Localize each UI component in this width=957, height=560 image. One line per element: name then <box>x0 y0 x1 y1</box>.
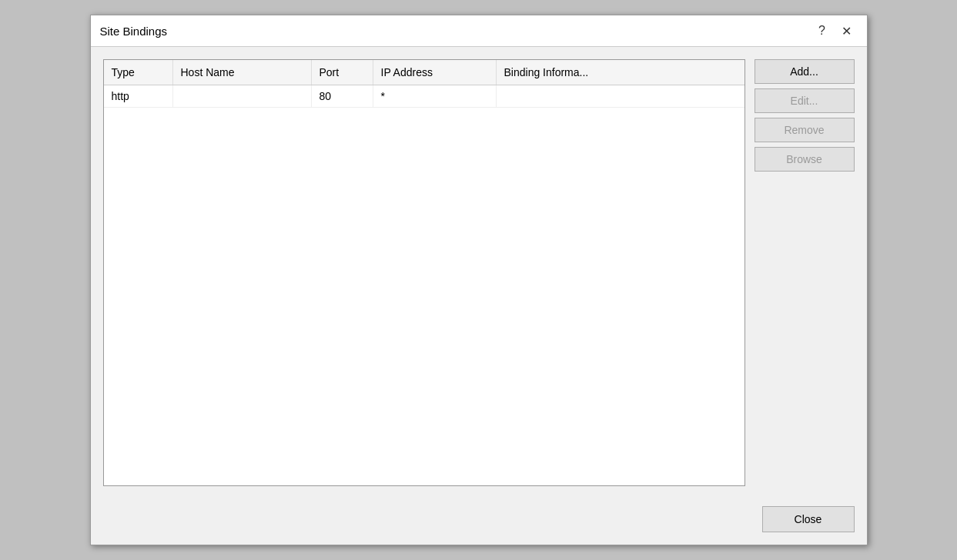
remove-button[interactable]: Remove <box>755 118 855 142</box>
add-button[interactable]: Add... <box>755 59 855 84</box>
table-body: http 80 * <box>104 85 745 485</box>
col-header-type: Type <box>104 60 173 85</box>
cell-ip: * <box>373 85 497 107</box>
bindings-table: Type Host Name Port IP Address Binding I… <box>103 59 745 486</box>
cell-hostname <box>173 85 312 107</box>
action-buttons: Add... Edit... Remove Browse <box>755 59 855 486</box>
col-header-port: Port <box>312 60 373 85</box>
col-header-hostname: Host Name <box>173 60 312 85</box>
title-bar-left: Site Bindings <box>100 25 168 38</box>
cell-binding <box>497 85 745 107</box>
dialog-title: Site Bindings <box>100 25 168 38</box>
col-header-ip: IP Address <box>373 60 497 85</box>
col-header-binding: Binding Informa... <box>497 60 745 85</box>
table-header: Type Host Name Port IP Address Binding I… <box>104 60 745 85</box>
cell-port: 80 <box>312 85 373 107</box>
site-bindings-dialog: Site Bindings ? ✕ Type Host Name Port IP… <box>90 15 868 545</box>
cell-type: http <box>104 85 173 107</box>
title-bar-right: ? ✕ <box>811 22 858 40</box>
edit-button[interactable]: Edit... <box>755 88 855 113</box>
dialog-footer: Close <box>91 498 867 545</box>
close-button[interactable]: Close <box>762 506 855 532</box>
browse-button[interactable]: Browse <box>755 147 855 172</box>
help-button[interactable]: ? <box>811 22 833 40</box>
table-row[interactable]: http 80 * <box>104 85 745 108</box>
title-bar: Site Bindings ? ✕ <box>91 15 867 47</box>
dialog-body: Type Host Name Port IP Address Binding I… <box>91 47 867 498</box>
close-title-button[interactable]: ✕ <box>836 22 858 40</box>
